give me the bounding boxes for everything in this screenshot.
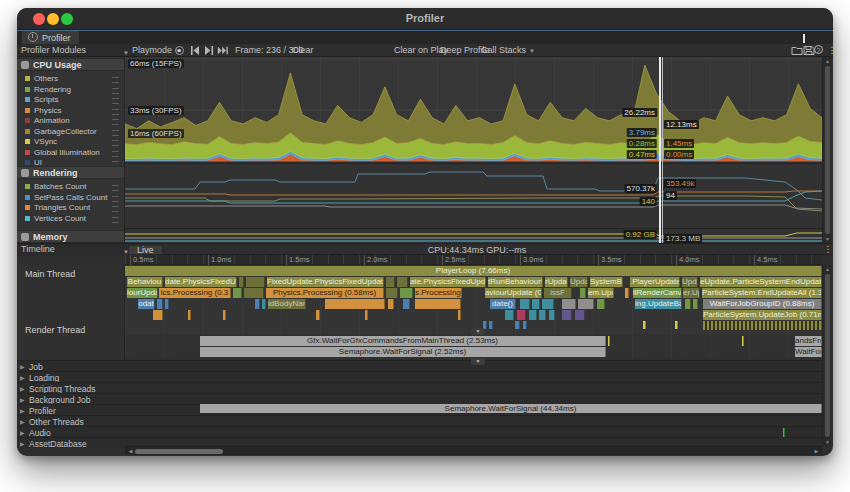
timeline-sample[interactable]	[505, 310, 514, 320]
timeline-sample[interactable]	[643, 321, 646, 329]
timeline-sample[interactable]	[246, 277, 265, 287]
timeline-sample[interactable]	[233, 288, 242, 298]
scroll-up-icon[interactable]: ▲	[823, 58, 832, 64]
timeline-sample-odat[interactable]: odat	[138, 299, 155, 309]
timeline-sample[interactable]	[515, 321, 520, 329]
timeline-hscrollbar[interactable]: ◀ ▶	[125, 446, 822, 455]
timeline-sample-er-upd[interactable]: er.Upd	[683, 288, 700, 298]
chart-series-vertices-count[interactable]: Vertices Count	[17, 214, 125, 224]
profiler-modules-dropdown[interactable]: Profiler Modules▼	[17, 44, 134, 56]
rendering-chart[interactable]	[125, 163, 822, 228]
cpu-usage-chart[interactable]	[125, 57, 822, 162]
thread-main-thread-label[interactable]: Main Thread	[25, 269, 75, 279]
drag-handle-icon[interactable]	[112, 77, 119, 83]
chart-series-others[interactable]: Others	[17, 74, 125, 84]
timeline-sample-updat[interactable]: Updat	[570, 277, 588, 287]
timeline-sample-ics-processing-0-3[interactable]: ics.Processing (0.3	[159, 288, 231, 298]
scroll-right-icon[interactable]: ▶	[812, 447, 821, 456]
thread-other-threads-row[interactable]: ▶Other Threads	[17, 415, 822, 426]
record-icon[interactable]	[175, 46, 184, 55]
module-header-memory[interactable]: Memory	[17, 230, 125, 243]
timeline-sample[interactable]	[365, 310, 368, 320]
timeline-sample[interactable]	[742, 336, 744, 346]
thread-render-thread-label[interactable]: Render Thread	[25, 325, 85, 335]
timeline-sample-semaphore-waitforsignal-44-34m[interactable]: Semaphore.WaitForSignal (44.34ms)	[200, 404, 822, 413]
timeline-sample-particlesystem-endupdateall-1-[interactable]: ParticleSystem.EndUpdateAll (1.39ms)	[702, 288, 822, 298]
thread-scripting-threads-row[interactable]: ▶Scripting Threads	[17, 382, 822, 393]
timeline-sample[interactable]	[388, 299, 394, 309]
title-bar[interactable]: Profiler	[17, 8, 833, 30]
timeline-sample[interactable]	[262, 299, 266, 309]
tab-profiler[interactable]: Profiler	[22, 31, 79, 45]
charts-scrollbar-thumb[interactable]	[825, 66, 830, 234]
call-stacks-dropdown[interactable]: Call Stacks▼	[477, 44, 539, 56]
timeline-sample[interactable]	[625, 288, 629, 298]
timeline-sample[interactable]	[165, 299, 169, 309]
timeline-kebab-menu-icon[interactable]: ⋮	[822, 244, 833, 255]
load-profile-icon[interactable]	[791, 45, 803, 56]
timeline-sample[interactable]	[397, 277, 408, 287]
timeline-sample[interactable]	[188, 310, 191, 320]
time-ruler[interactable]: 0.5ms1.0ms1.5ms2.0ms2.5ms3.0ms3.5ms4.0ms…	[125, 255, 822, 265]
current-frame-icon[interactable]	[217, 46, 229, 55]
timeline-sample[interactable]	[153, 310, 163, 320]
timeline-sample[interactable]	[562, 310, 572, 320]
drag-handle-icon[interactable]	[112, 140, 119, 146]
timeline-sample-fixedupdate-physicsfixedupdate[interactable]: FixedUpdate.PhysicsFixedUpdate (0.75ms)	[267, 277, 384, 287]
timeline-sample[interactable]	[562, 299, 576, 309]
timeline-sample[interactable]	[520, 299, 530, 309]
chart-series-triangles-count[interactable]: Triangles Count	[17, 203, 125, 213]
timeline-sample[interactable]	[415, 299, 461, 309]
timeline-sample[interactable]	[549, 310, 555, 320]
timeline-sample-eupdate-particlesystemendupdat[interactable]: eUpdate.ParticleSystemEndUpdateAll (1	[700, 277, 822, 287]
timeline-sample--playerupdatecan[interactable]: .PlayerUpdateCan	[630, 277, 680, 287]
timeline-sample-ing-updatebatch[interactable]: ing.UpdateBatch	[635, 299, 682, 309]
chart-series-scripts[interactable]: Scripts	[17, 95, 125, 105]
chart-series-rendering[interactable]: Rendering	[17, 85, 125, 95]
kebab-menu-icon[interactable]: ⋮	[826, 45, 833, 56]
timeline-sample[interactable]	[523, 321, 527, 329]
charts-scrollbar[interactable]: ▲ ▼	[822, 57, 831, 243]
timeline-sample[interactable]	[783, 428, 785, 437]
timeline-sample[interactable]	[386, 277, 395, 287]
timeline-sample-gfx-waitforgfxcommandsfrommain[interactable]: Gfx.WaitForGfxCommandsFromMainThread (2.…	[200, 336, 606, 346]
timeline-sample-date-[interactable]: date()	[490, 299, 516, 309]
scroll-up-icon[interactable]: ▲	[823, 266, 832, 272]
scroll-down-icon[interactable]: ▼	[823, 439, 832, 445]
module-header-cpu-usage[interactable]: CPU Usage	[17, 58, 125, 71]
timeline-sample[interactable]	[693, 299, 698, 309]
drag-handle-icon[interactable]	[112, 185, 119, 191]
thread-background-job-row[interactable]: ▶Background Job	[17, 393, 822, 404]
timeline-sample[interactable]	[316, 310, 320, 320]
scroll-left-icon[interactable]: ◀	[126, 447, 135, 456]
timeline-sample[interactable]	[157, 299, 163, 309]
timeline-sample[interactable]	[403, 299, 410, 309]
timeline-sample[interactable]	[608, 336, 610, 346]
timeline-sample[interactable]	[542, 299, 554, 309]
timeline-sample-behaviou[interactable]: Behaviou	[127, 277, 163, 287]
timeline-sample-playerloop-7-66ms-[interactable]: PlayerLoop (7.66ms)	[125, 266, 822, 276]
disclosure-triangle-icon[interactable]: ▶	[20, 407, 25, 414]
timeline-sample[interactable]	[529, 310, 537, 320]
drag-handle-icon[interactable]	[112, 130, 119, 136]
drag-handle-icon[interactable]	[112, 119, 119, 125]
first-frame-icon[interactable]	[189, 46, 201, 55]
timeline-sample-semaphore-waitforsignal-2-52ms[interactable]: Semaphore.WaitForSignal (2.52ms)	[200, 347, 606, 357]
timeline-sample-andsfrom[interactable]: andsFrom	[795, 336, 822, 346]
thread-loading-row[interactable]: ▶Loading	[17, 371, 822, 382]
timeline-sample-ate-physicsfixedupdate[interactable]: ate.PhysicsFixedUpdate	[410, 277, 486, 287]
timeline-sample[interactable]	[575, 310, 585, 320]
timeline-hscrollbar-thumb[interactable]	[135, 449, 223, 454]
timeline-sample-updat[interactable]: Updat	[682, 277, 698, 287]
drag-handle-icon[interactable]	[112, 206, 119, 212]
chart-series-garbagecollector[interactable]: GarbageCollector	[17, 127, 125, 137]
drag-handle-icon[interactable]	[112, 196, 119, 202]
chart-series-batches-count[interactable]: Batches Count	[17, 182, 125, 192]
chart-series-setpass-calls-count[interactable]: SetPass Calls Count	[17, 193, 125, 203]
timeline-sample-date-physicsfixedupdate-i[interactable]: date.PhysicsFixedUpdate (I	[165, 277, 237, 287]
timeline-sample[interactable]	[685, 299, 691, 309]
disclosure-triangle-icon[interactable]: ▶	[20, 363, 25, 370]
disclosure-triangle-icon[interactable]: ▶	[20, 429, 25, 436]
live-toggle[interactable]: Live	[128, 245, 163, 255]
module-header-rendering[interactable]: Rendering	[17, 166, 125, 179]
